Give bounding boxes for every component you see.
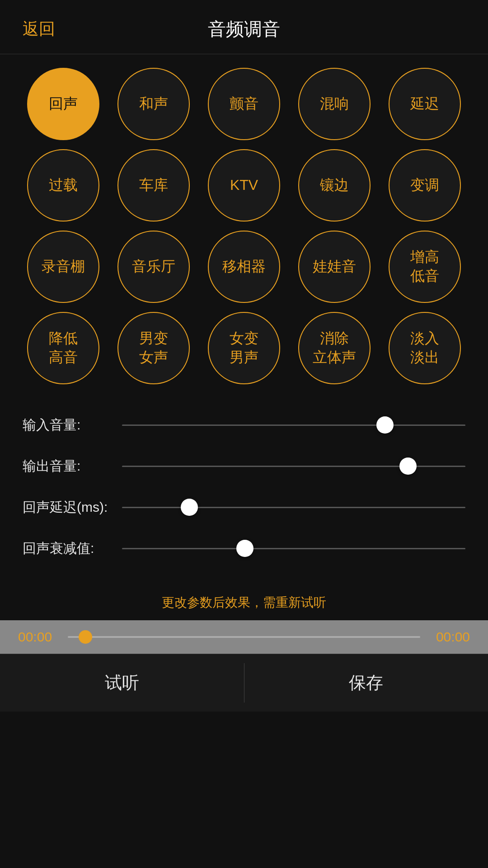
effect-phaser[interactable]: 移相器: [208, 231, 280, 303]
effect-chipmunk[interactable]: 娃娃音: [298, 231, 371, 303]
effect-delay[interactable]: 延迟: [389, 68, 461, 140]
progress-track[interactable]: [68, 636, 420, 638]
echo-delay-slider-container: [122, 499, 465, 517]
input-volume-row: 输入音量:: [23, 416, 465, 434]
echo-delay-slider[interactable]: [122, 507, 465, 508]
echo-decay-label: 回声衰减值:: [23, 539, 122, 558]
page-title: 音频调音: [208, 17, 280, 42]
effect-overdrive[interactable]: 过载: [27, 149, 99, 222]
effect-harmony[interactable]: 和声: [117, 68, 190, 140]
header: 返回 音频调音: [0, 0, 488, 54]
effect-male-to-female[interactable]: 男变女声: [117, 312, 190, 384]
effect-garage[interactable]: 车库: [117, 149, 190, 222]
input-volume-label: 输入音量:: [23, 416, 122, 434]
echo-decay-slider[interactable]: [122, 548, 465, 549]
effects-row-2: 过载 车库 KTV 镶边 变调: [18, 149, 470, 222]
output-volume-slider[interactable]: [122, 466, 465, 467]
current-time: 00:00: [18, 629, 59, 645]
input-volume-slider[interactable]: [122, 425, 465, 426]
preview-button[interactable]: 试听: [0, 654, 244, 712]
echo-delay-label: 回声延迟(ms):: [23, 498, 122, 517]
effect-ktv[interactable]: KTV: [208, 149, 280, 222]
input-volume-slider-container: [122, 416, 465, 434]
effect-reverb[interactable]: 混响: [298, 68, 371, 140]
effect-boost[interactable]: 增高低音: [389, 231, 461, 303]
effects-row-1: 回声 和声 颤音 混响 延迟: [18, 68, 470, 140]
effect-flange[interactable]: 镶边: [298, 149, 371, 222]
effect-female-to-male[interactable]: 女变男声: [208, 312, 280, 384]
effect-pitch[interactable]: 变调: [389, 149, 461, 222]
effect-studio[interactable]: 录音棚: [27, 231, 99, 303]
effects-row-4: 降低高音 男变女声 女变男声 消除立体声 淡入淡出: [18, 312, 470, 384]
playback-bar: 00:00 00:00: [0, 620, 488, 654]
output-volume-label: 输出音量:: [23, 457, 122, 476]
effects-row-3: 录音棚 音乐厅 移相器 娃娃音 增高低音: [18, 231, 470, 303]
notice-text: 更改参数后效果，需重新试听: [0, 594, 488, 611]
effect-remove-stereo[interactable]: 消除立体声: [298, 312, 371, 384]
effect-concert[interactable]: 音乐厅: [117, 231, 190, 303]
total-time: 00:00: [429, 629, 470, 645]
progress-thumb[interactable]: [79, 630, 92, 644]
effect-tremolo[interactable]: 颤音: [208, 68, 280, 140]
bottom-bar: 试听 保存: [0, 654, 488, 712]
output-volume-row: 输出音量:: [23, 457, 465, 476]
effect-echo[interactable]: 回声: [27, 68, 99, 140]
echo-decay-slider-container: [122, 540, 465, 558]
output-volume-slider-container: [122, 458, 465, 476]
back-button[interactable]: 返回: [23, 18, 55, 40]
effect-reduce-bass[interactable]: 降低高音: [27, 312, 99, 384]
effect-fade[interactable]: 淡入淡出: [389, 312, 461, 384]
echo-delay-row: 回声延迟(ms):: [23, 498, 465, 517]
effects-grid: 回声 和声 颤音 混响 延迟 过载 车库 KTV 镶边 变调 录音棚 音乐厅 移…: [0, 54, 488, 407]
echo-decay-row: 回声衰减值:: [23, 539, 465, 558]
sliders-section: 输入音量: 输出音量: 回声延迟(ms): 回声衰减值:: [0, 407, 488, 590]
save-button[interactable]: 保存: [244, 654, 488, 712]
